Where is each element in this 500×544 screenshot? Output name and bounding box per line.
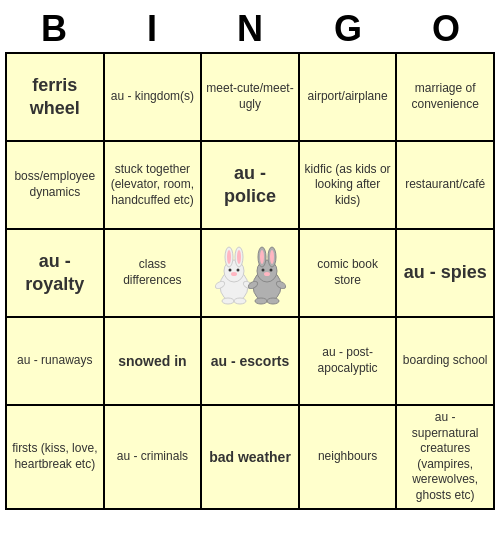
cell-11[interactable]: class differences	[105, 230, 203, 318]
bingo-card: B I N G O ferris wheel au - kingdom(s) m…	[5, 8, 495, 510]
cell-3[interactable]: airport/airplane	[300, 54, 398, 142]
svg-point-24	[255, 298, 267, 304]
cell-13[interactable]: comic book store	[300, 230, 398, 318]
cell-18[interactable]: au - post-apocalyptic	[300, 318, 398, 406]
svg-point-20	[270, 268, 273, 271]
svg-point-7	[237, 268, 240, 271]
cell-9[interactable]: restaurant/café	[397, 142, 495, 230]
cell-1[interactable]: au - kingdom(s)	[105, 54, 203, 142]
svg-point-18	[270, 250, 274, 264]
cell-23[interactable]: neighbours	[300, 406, 398, 510]
cell-6[interactable]: stuck together (elevator, room, handcuff…	[105, 142, 203, 230]
svg-point-11	[222, 298, 234, 304]
bingo-grid: ferris wheel au - kingdom(s) meet-cute/m…	[5, 52, 495, 510]
cell-21[interactable]: au - criminals	[105, 406, 203, 510]
svg-point-12	[234, 298, 246, 304]
header-i: I	[108, 8, 196, 50]
cell-10[interactable]: au - royalty	[7, 230, 105, 318]
cell-24[interactable]: au - supernatural creatures (vampires, w…	[397, 406, 495, 510]
cell-20[interactable]: firsts (kiss, love, heartbreak etc)	[7, 406, 105, 510]
cell-8[interactable]: kidfic (as kids or looking after kids)	[300, 142, 398, 230]
cell-4[interactable]: marriage of convenience	[397, 54, 495, 142]
svg-point-19	[262, 268, 265, 271]
header-b: B	[10, 8, 98, 50]
cell-2[interactable]: meet-cute/meet-ugly	[202, 54, 300, 142]
cell-22[interactable]: bad weather	[202, 406, 300, 510]
svg-point-16	[260, 250, 264, 264]
cell-17[interactable]: au - escorts	[202, 318, 300, 406]
svg-point-21	[264, 272, 270, 276]
cell-5[interactable]: boss/employee dynamics	[7, 142, 105, 230]
header-g: G	[304, 8, 392, 50]
svg-point-6	[229, 268, 232, 271]
cell-free[interactable]	[202, 230, 300, 318]
cell-14[interactable]: au - spies	[397, 230, 495, 318]
header-o: O	[402, 8, 490, 50]
svg-point-8	[231, 272, 237, 276]
bunny-illustration	[212, 241, 287, 306]
cell-7[interactable]: au - police	[202, 142, 300, 230]
cell-0[interactable]: ferris wheel	[7, 54, 105, 142]
svg-point-25	[267, 298, 279, 304]
cell-15[interactable]: au - runaways	[7, 318, 105, 406]
cell-16[interactable]: snowed in	[105, 318, 203, 406]
svg-point-5	[237, 250, 241, 264]
header-n: N	[206, 8, 294, 50]
cell-19[interactable]: boarding school	[397, 318, 495, 406]
svg-point-3	[227, 250, 231, 264]
bingo-header: B I N G O	[5, 8, 495, 50]
